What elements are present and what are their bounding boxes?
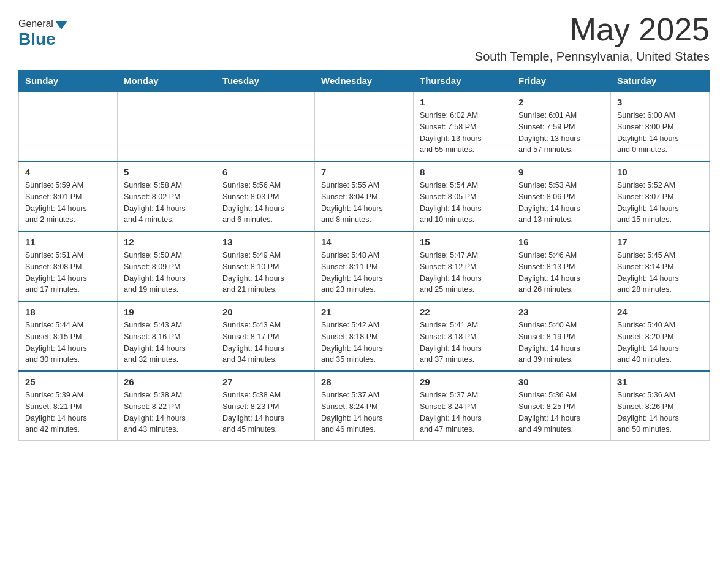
day-info: Sunrise: 5:38 AM Sunset: 8:23 PM Dayligh… xyxy=(222,389,308,435)
day-number: 4 xyxy=(25,167,111,177)
table-row: 10Sunrise: 5:52 AM Sunset: 8:07 PM Dayli… xyxy=(611,161,710,231)
day-info: Sunrise: 5:42 AM Sunset: 8:18 PM Dayligh… xyxy=(321,320,407,366)
logo-blue-text: Blue xyxy=(18,29,56,49)
day-number: 8 xyxy=(420,167,506,177)
day-info: Sunrise: 5:46 AM Sunset: 8:13 PM Dayligh… xyxy=(518,250,604,296)
day-info: Sunrise: 5:50 AM Sunset: 8:09 PM Dayligh… xyxy=(124,250,210,296)
table-row: 21Sunrise: 5:42 AM Sunset: 8:18 PM Dayli… xyxy=(315,301,414,371)
day-number: 5 xyxy=(124,167,210,177)
day-number: 14 xyxy=(321,237,407,247)
title-section: May 2025 South Temple, Pennsylvania, Uni… xyxy=(475,12,710,64)
day-number: 13 xyxy=(222,237,308,247)
table-row: 2Sunrise: 6:01 AM Sunset: 7:59 PM Daylig… xyxy=(512,91,611,161)
col-sunday: Sunday xyxy=(19,71,118,92)
calendar-week-row: 25Sunrise: 5:39 AM Sunset: 8:21 PM Dayli… xyxy=(19,371,710,441)
table-row: 26Sunrise: 5:38 AM Sunset: 8:22 PM Dayli… xyxy=(118,371,216,441)
day-number: 18 xyxy=(25,307,111,317)
table-row: 15Sunrise: 5:47 AM Sunset: 8:12 PM Dayli… xyxy=(414,231,512,301)
table-row: 31Sunrise: 5:36 AM Sunset: 8:26 PM Dayli… xyxy=(611,371,710,441)
table-row: 23Sunrise: 5:40 AM Sunset: 8:19 PM Dayli… xyxy=(512,301,611,371)
day-number: 6 xyxy=(222,167,308,177)
table-row: 16Sunrise: 5:46 AM Sunset: 8:13 PM Dayli… xyxy=(512,231,611,301)
day-number: 29 xyxy=(420,377,506,387)
table-row xyxy=(315,91,414,161)
day-number: 21 xyxy=(321,307,407,317)
day-number: 25 xyxy=(25,377,111,387)
day-info: Sunrise: 5:38 AM Sunset: 8:22 PM Dayligh… xyxy=(124,389,210,435)
table-row: 17Sunrise: 5:45 AM Sunset: 8:14 PM Dayli… xyxy=(611,231,710,301)
table-row: 18Sunrise: 5:44 AM Sunset: 8:15 PM Dayli… xyxy=(19,301,118,371)
day-number: 9 xyxy=(518,167,604,177)
day-number: 28 xyxy=(321,377,407,387)
day-number: 1 xyxy=(420,97,506,107)
table-row: 12Sunrise: 5:50 AM Sunset: 8:09 PM Dayli… xyxy=(118,231,216,301)
day-info: Sunrise: 5:37 AM Sunset: 8:24 PM Dayligh… xyxy=(420,389,506,435)
day-info: Sunrise: 5:40 AM Sunset: 8:20 PM Dayligh… xyxy=(617,320,703,366)
day-info: Sunrise: 5:58 AM Sunset: 8:02 PM Dayligh… xyxy=(124,180,210,226)
location-title: South Temple, Pennsylvania, United State… xyxy=(475,50,710,64)
day-info: Sunrise: 5:59 AM Sunset: 8:01 PM Dayligh… xyxy=(25,180,111,226)
table-row: 7Sunrise: 5:55 AM Sunset: 8:04 PM Daylig… xyxy=(315,161,414,231)
table-row: 14Sunrise: 5:48 AM Sunset: 8:11 PM Dayli… xyxy=(315,231,414,301)
table-row: 22Sunrise: 5:41 AM Sunset: 8:18 PM Dayli… xyxy=(414,301,512,371)
table-row: 4Sunrise: 5:59 AM Sunset: 8:01 PM Daylig… xyxy=(19,161,118,231)
day-info: Sunrise: 6:02 AM Sunset: 7:58 PM Dayligh… xyxy=(420,110,506,156)
day-number: 7 xyxy=(321,167,407,177)
day-number: 23 xyxy=(518,307,604,317)
day-info: Sunrise: 5:41 AM Sunset: 8:18 PM Dayligh… xyxy=(420,320,506,366)
day-info: Sunrise: 5:45 AM Sunset: 8:14 PM Dayligh… xyxy=(617,250,703,296)
table-row: 27Sunrise: 5:38 AM Sunset: 8:23 PM Dayli… xyxy=(216,371,315,441)
table-row: 19Sunrise: 5:43 AM Sunset: 8:16 PM Dayli… xyxy=(118,301,216,371)
calendar-week-row: 1Sunrise: 6:02 AM Sunset: 7:58 PM Daylig… xyxy=(19,91,710,161)
day-number: 30 xyxy=(518,377,604,387)
day-info: Sunrise: 5:52 AM Sunset: 8:07 PM Dayligh… xyxy=(617,180,703,226)
col-friday: Friday xyxy=(512,71,611,92)
day-number: 24 xyxy=(617,307,703,317)
day-number: 17 xyxy=(617,237,703,247)
day-info: Sunrise: 6:00 AM Sunset: 8:00 PM Dayligh… xyxy=(617,110,703,156)
day-info: Sunrise: 5:37 AM Sunset: 8:24 PM Dayligh… xyxy=(321,389,407,435)
table-row: 24Sunrise: 5:40 AM Sunset: 8:20 PM Dayli… xyxy=(611,301,710,371)
day-info: Sunrise: 5:55 AM Sunset: 8:04 PM Dayligh… xyxy=(321,180,407,226)
day-info: Sunrise: 5:54 AM Sunset: 8:05 PM Dayligh… xyxy=(420,180,506,226)
day-number: 26 xyxy=(124,377,210,387)
col-monday: Monday xyxy=(118,71,216,92)
day-info: Sunrise: 5:40 AM Sunset: 8:19 PM Dayligh… xyxy=(518,320,604,366)
day-number: 31 xyxy=(617,377,703,387)
table-row: 8Sunrise: 5:54 AM Sunset: 8:05 PM Daylig… xyxy=(414,161,512,231)
day-info: Sunrise: 5:49 AM Sunset: 8:10 PM Dayligh… xyxy=(222,250,308,296)
day-number: 16 xyxy=(518,237,604,247)
day-info: Sunrise: 5:56 AM Sunset: 8:03 PM Dayligh… xyxy=(222,180,308,226)
day-number: 12 xyxy=(124,237,210,247)
day-info: Sunrise: 6:01 AM Sunset: 7:59 PM Dayligh… xyxy=(518,110,604,156)
day-info: Sunrise: 5:51 AM Sunset: 8:08 PM Dayligh… xyxy=(25,250,111,296)
day-number: 15 xyxy=(420,237,506,247)
day-info: Sunrise: 5:44 AM Sunset: 8:15 PM Dayligh… xyxy=(25,320,111,366)
logo: General Blue xyxy=(18,12,67,49)
day-info: Sunrise: 5:36 AM Sunset: 8:25 PM Dayligh… xyxy=(518,389,604,435)
day-number: 22 xyxy=(420,307,506,317)
table-row: 20Sunrise: 5:43 AM Sunset: 8:17 PM Dayli… xyxy=(216,301,315,371)
day-number: 27 xyxy=(222,377,308,387)
day-info: Sunrise: 5:43 AM Sunset: 8:17 PM Dayligh… xyxy=(222,320,308,366)
day-info: Sunrise: 5:43 AM Sunset: 8:16 PM Dayligh… xyxy=(124,320,210,366)
day-info: Sunrise: 5:47 AM Sunset: 8:12 PM Dayligh… xyxy=(420,250,506,296)
day-info: Sunrise: 5:53 AM Sunset: 8:06 PM Dayligh… xyxy=(518,180,604,226)
calendar-week-row: 18Sunrise: 5:44 AM Sunset: 8:15 PM Dayli… xyxy=(19,301,710,371)
table-row xyxy=(19,91,118,161)
col-saturday: Saturday xyxy=(611,71,710,92)
calendar-header-row: Sunday Monday Tuesday Wednesday Thursday… xyxy=(19,71,710,92)
day-info: Sunrise: 5:36 AM Sunset: 8:26 PM Dayligh… xyxy=(617,389,703,435)
table-row: 11Sunrise: 5:51 AM Sunset: 8:08 PM Dayli… xyxy=(19,231,118,301)
day-number: 11 xyxy=(25,237,111,247)
day-number: 19 xyxy=(124,307,210,317)
logo-general-text: General xyxy=(18,18,53,29)
page-header: General Blue May 2025 South Temple, Penn… xyxy=(18,12,710,64)
col-wednesday: Wednesday xyxy=(315,71,414,92)
day-number: 3 xyxy=(617,97,703,107)
table-row: 1Sunrise: 6:02 AM Sunset: 7:58 PM Daylig… xyxy=(414,91,512,161)
table-row: 13Sunrise: 5:49 AM Sunset: 8:10 PM Dayli… xyxy=(216,231,315,301)
table-row: 3Sunrise: 6:00 AM Sunset: 8:00 PM Daylig… xyxy=(611,91,710,161)
col-tuesday: Tuesday xyxy=(216,71,315,92)
col-thursday: Thursday xyxy=(414,71,512,92)
